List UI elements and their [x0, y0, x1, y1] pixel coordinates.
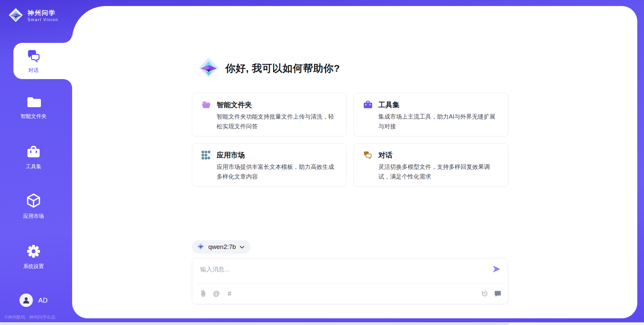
sidebar-item-label: 系统设置	[23, 263, 44, 270]
card-chat[interactable]: 对话 灵活切换多模型文件，支持多样回复效果调试，满足个性化需求	[354, 143, 508, 187]
main-content: 你好, 我可以如何帮助你? 智能文件夹 智能文件夹功能支持批量文件上传与清洗，轻…	[192, 58, 508, 304]
card-description: 智能文件夹功能支持批量文件上传与清洗，轻松实现文件问答	[217, 112, 338, 131]
greeting: 你好, 我可以如何帮助你?	[198, 58, 508, 79]
chevron-down-icon	[239, 243, 245, 251]
composer-toolbar: @ #	[200, 288, 501, 299]
send-icon	[492, 270, 501, 275]
user-profile[interactable]: AD	[0, 294, 67, 307]
brand-title: 神州问学	[28, 9, 58, 17]
card-title: 工具集	[378, 100, 499, 110]
briefcase-icon	[363, 101, 373, 111]
brand-logo-icon	[8, 7, 23, 24]
sidebar-item-label: 对话	[29, 67, 39, 74]
user-name: AD	[38, 297, 48, 304]
sidebar-item-settings[interactable]: 系统设置	[0, 244, 72, 273]
app-grid-icon	[202, 151, 211, 161]
cube-icon	[26, 193, 41, 210]
toolbox-icon	[26, 145, 41, 160]
feedback-icon[interactable]	[494, 290, 501, 297]
sidebar-item-chat[interactable]: 对话	[0, 43, 72, 79]
card-description: 集成市场上主流工具，助力AI与外界无缝扩展与对接	[378, 112, 499, 131]
send-button[interactable]	[491, 264, 501, 274]
card-toolset[interactable]: 工具集 集成市场上主流工具，助力AI与外界无缝扩展与对接	[354, 93, 508, 136]
greeting-title: 你好, 我可以如何帮助你?	[225, 62, 340, 75]
sidebar-item-smart-folder[interactable]: 智能文件夹	[0, 96, 72, 125]
copyright-footer: ©神州数码 · 神州问学出品	[5, 314, 55, 320]
brand-subtitle: Smart Vision	[28, 17, 58, 22]
card-description: 灵活切换多模型文件，支持多样回复效果调试，满足个性化需求	[378, 162, 499, 182]
card-title: 智能文件夹	[217, 100, 338, 110]
sidebar-item-app-market[interactable]: 应用市场	[0, 193, 72, 222]
feature-cards: 智能文件夹 智能文件夹功能支持批量文件上传与清洗，轻松实现文件问答 工具集 集成…	[192, 93, 508, 187]
model-name: qwen2:7b	[208, 243, 236, 251]
message-input[interactable]	[200, 262, 485, 276]
scrollbar-thumb[interactable]	[0, 323, 509, 325]
hash-icon[interactable]: #	[226, 290, 233, 297]
card-app-market[interactable]: 应用市场 应用市场提供丰富长文本模板，助力高效生成多样化文章内容	[192, 143, 347, 187]
folder-open-icon	[202, 101, 211, 111]
chat-bubble-icon	[363, 151, 373, 160]
user-avatar	[19, 294, 33, 307]
brand: 神州问学 Smart Vision	[8, 7, 58, 24]
message-composer: @ #	[192, 258, 508, 304]
card-title: 应用市场	[217, 150, 338, 160]
model-selector[interactable]: qwen2:7b	[192, 240, 251, 254]
composer-divider	[197, 283, 503, 284]
sidebar-item-toolset[interactable]: 工具集	[0, 145, 72, 174]
card-description: 应用市场提供丰富长文本模板，助力高效生成多样化文章内容	[217, 162, 338, 182]
horizontal-scrollbar[interactable]	[0, 322, 644, 325]
paperclip-icon[interactable]	[200, 290, 207, 297]
main-panel: 你好, 我可以如何帮助你? 智能文件夹 智能文件夹功能支持批量文件上传与清洗，轻…	[72, 6, 637, 318]
history-icon[interactable]	[481, 290, 488, 297]
model-logo-icon	[197, 242, 205, 252]
assistant-logo-icon	[198, 57, 219, 80]
sidebar-item-label: 工具集	[26, 163, 42, 170]
sidebar-item-label: 应用市场	[23, 213, 44, 220]
card-smart-folder[interactable]: 智能文件夹 智能文件夹功能支持批量文件上传与清洗，轻松实现文件问答	[192, 93, 347, 136]
at-icon[interactable]: @	[213, 290, 220, 297]
sidebar-item-label: 智能文件夹	[20, 113, 47, 120]
folder-icon	[26, 96, 41, 110]
gear-icon	[26, 244, 41, 260]
composer: qwen2:7b	[192, 240, 508, 304]
chat-icon	[26, 49, 41, 64]
sidebar: 神州问学 Smart Vision 对话 智能文件夹	[0, 0, 72, 325]
card-title: 对话	[378, 150, 499, 160]
